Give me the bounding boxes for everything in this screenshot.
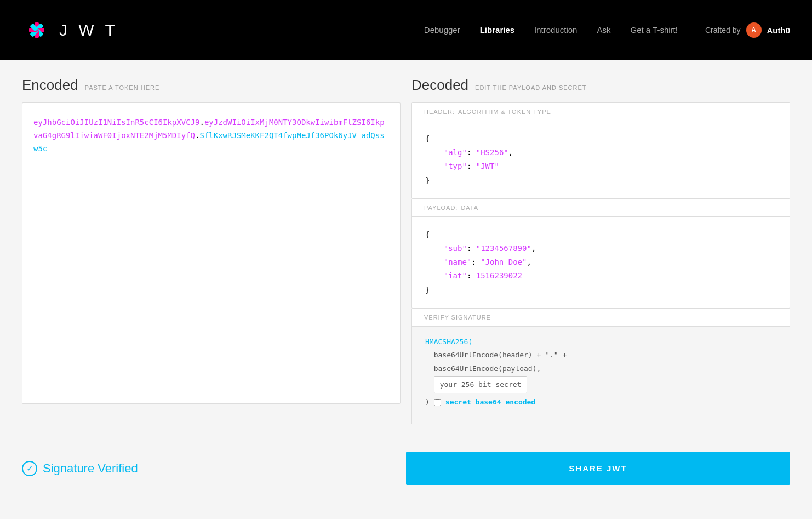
checkmark-icon: ✓ xyxy=(22,461,37,476)
nav-ask[interactable]: Ask xyxy=(597,25,610,35)
bottom-row: ✓ Signature Verified SHARE JWT xyxy=(0,441,812,496)
share-jwt-button[interactable]: SHARE JWT xyxy=(406,452,790,485)
secret-input[interactable]: your-256-bit-secret xyxy=(434,376,528,394)
payload-label: PAYLOAD:DATA xyxy=(412,199,790,217)
nav-debugger[interactable]: Debugger xyxy=(424,25,460,35)
crafted-by: Crafted by A Auth0 xyxy=(705,22,790,38)
payload-section: PAYLOAD:DATA { "sub": "1234567890", "nam… xyxy=(411,199,790,309)
header-section: HEADER:ALGORITHM & TOKEN TYPE { "alg": "… xyxy=(411,102,790,199)
base64-label[interactable]: secret base64 encoded xyxy=(445,396,535,409)
base64-checkbox[interactable] xyxy=(434,399,441,406)
verify-label: VERIFY SIGNATURE xyxy=(412,309,790,327)
token-box[interactable]: eyJhbGciOiJIUzI1NiIsInR5cCI6IkpXVCJ9.eyJ… xyxy=(22,102,401,404)
decoded-title: Decoded xyxy=(411,77,468,94)
verify-line3: base64UrlEncode(payload), xyxy=(434,364,541,373)
encoded-header: Encoded PASTE A TOKEN HERE xyxy=(22,77,401,94)
sig-verified-text: Signature Verified xyxy=(43,461,138,476)
decoded-wrapper: HEADER:ALGORITHM & TOKEN TYPE { "alg": "… xyxy=(411,102,790,424)
encoded-panel: Encoded PASTE A TOKEN HERE eyJhbGciOiJIU… xyxy=(22,77,401,424)
header-body[interactable]: { "alg": "HS256", "typ": "JWT" } xyxy=(412,121,790,198)
verify-fn: HMACSHA256( xyxy=(425,338,472,346)
logo-text: J W T xyxy=(59,21,118,39)
encoded-subtitle: PASTE A TOKEN HERE xyxy=(85,84,160,91)
nav-libraries[interactable]: Libraries xyxy=(480,25,514,35)
nav-links: Debugger Libraries Introduction Ask Get … xyxy=(424,25,678,35)
navbar: J W T Debugger Libraries Introduction As… xyxy=(0,0,812,60)
payload-body[interactable]: { "sub": "1234567890", "name": "John Doe… xyxy=(412,217,790,308)
main-content: Encoded PASTE A TOKEN HERE eyJhbGciOiJIU… xyxy=(0,60,812,441)
verify-body: HMACSHA256( base64UrlEncode(header) + ".… xyxy=(412,327,790,424)
encoded-title: Encoded xyxy=(22,77,78,94)
header-label: HEADER:ALGORITHM & TOKEN TYPE xyxy=(412,103,790,121)
verify-line2: base64UrlEncode(header) + "." + xyxy=(434,351,567,359)
verify-footer: ) secret base64 encoded xyxy=(425,396,776,415)
nav-tshirt[interactable]: Get a T-shirt! xyxy=(630,25,677,35)
sig-verified: ✓ Signature Verified xyxy=(22,461,406,476)
decoded-panel: Decoded EDIT THE PAYLOAD AND SECRET HEAD… xyxy=(411,77,790,424)
verify-section: VERIFY SIGNATURE HMACSHA256( base64UrlEn… xyxy=(411,309,790,424)
nav-introduction[interactable]: Introduction xyxy=(534,25,577,35)
logo[interactable]: J W T xyxy=(22,15,118,45)
decoded-header: Decoded EDIT THE PAYLOAD AND SECRET xyxy=(411,77,790,94)
jwt-logo-icon xyxy=(22,15,52,45)
token-part1: eyJhbGciOiJIUzI1NiIsInR5cCI6IkpXVCJ9 xyxy=(33,118,199,127)
decoded-subtitle: EDIT THE PAYLOAD AND SECRET xyxy=(475,84,586,91)
auth0-icon: A xyxy=(746,22,762,38)
